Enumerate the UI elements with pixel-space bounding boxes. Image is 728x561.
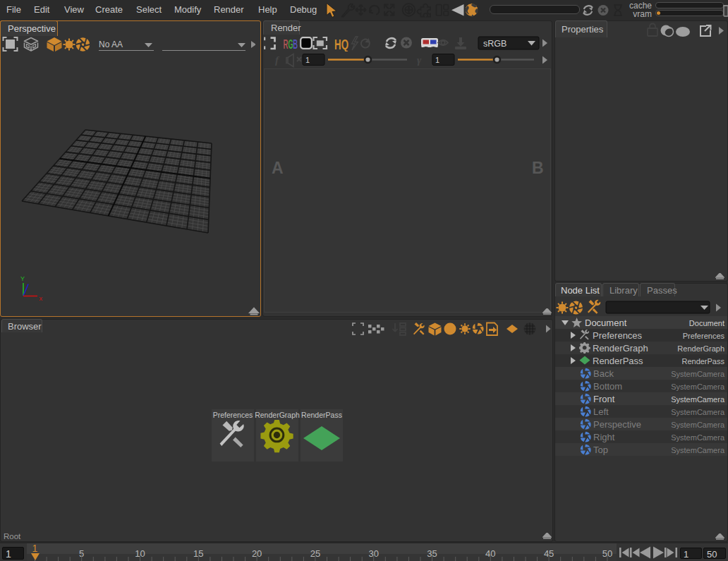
svg-text:x: x bbox=[39, 296, 42, 303]
svg-text:1: 1 bbox=[32, 543, 38, 554]
svg-text:B: B bbox=[293, 37, 298, 52]
svg-text:sRGB: sRGB bbox=[483, 39, 506, 49]
svg-text:f: f bbox=[275, 54, 280, 66]
svg-text:1: 1 bbox=[305, 56, 310, 64]
svg-text:1: 1 bbox=[435, 56, 439, 64]
svg-text:γ: γ bbox=[417, 54, 422, 66]
svg-text:Y: Y bbox=[20, 275, 25, 282]
svg-text:HQ: HQ bbox=[334, 37, 348, 52]
